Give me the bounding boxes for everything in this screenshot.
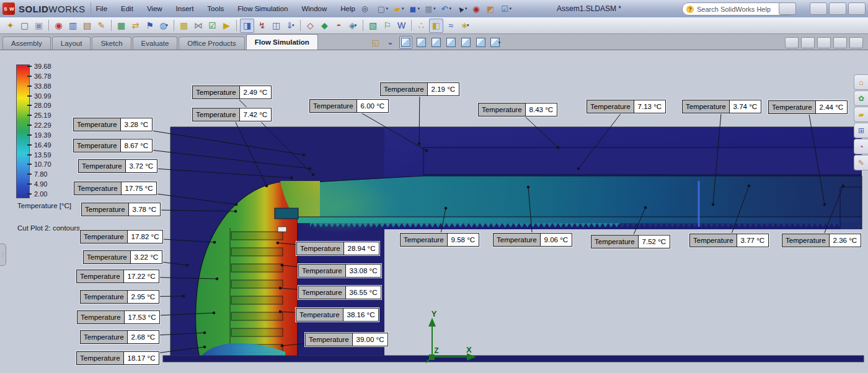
temperature-callout[interactable]: Temperature 36.55 °C [298, 286, 381, 299]
mesh-icon[interactable]: ▩ [177, 19, 190, 32]
ribbon-tab[interactable]: Sketch [92, 37, 131, 50]
feature-tree-collapse-handle[interactable]: ⋮ [0, 244, 6, 266]
toolbar-icon[interactable] [363, 20, 363, 31]
find-feature-icon[interactable]: ◉ [52, 19, 65, 32]
view-cube-icon[interactable] [445, 37, 457, 48]
help-caret-icon[interactable] [798, 3, 808, 14]
toolbar-icon[interactable] [48, 20, 49, 31]
temperature-callout[interactable]: Temperature 17.53 °C [77, 310, 160, 324]
surface-plot-icon[interactable]: ◆ [318, 19, 331, 32]
dropdown-caret-icon[interactable]: ▾ [467, 23, 469, 28]
toolbar-icon[interactable] [300, 20, 301, 31]
minimize-button[interactable] [810, 2, 827, 15]
view-orientation-icon[interactable] [399, 36, 412, 49]
check-geometry-icon[interactable]: ☑ [206, 19, 219, 32]
zoom-fit-icon[interactable]: ◱ [370, 37, 381, 48]
appearances-icon[interactable]: ◔ [854, 139, 868, 154]
pane-right-icon[interactable] [801, 37, 815, 48]
temperature-callout[interactable]: Temperature 2.44 °C [768, 100, 848, 114]
flow-trajectories-icon[interactable]: ◈▾ [347, 19, 360, 32]
temperature-callout[interactable]: Temperature 2.36 °C [782, 234, 861, 247]
temperature-callout[interactable]: Temperature 7.13 °C [587, 100, 666, 113]
dropdown-caret-icon[interactable]: ▾ [450, 6, 452, 11]
temperature-callout[interactable]: Temperature 8.43 °C [478, 103, 557, 116]
temperature-callout[interactable]: Temperature 9.06 °C [493, 233, 572, 247]
view-cube-icon[interactable] [415, 37, 427, 48]
wizard-icon[interactable]: ✦ [4, 19, 17, 32]
cut-plot-tool-icon[interactable]: ◇ [304, 19, 317, 32]
temperature-callout[interactable]: Temperature 2.19 °C [380, 82, 459, 96]
toolbar-icon[interactable] [111, 20, 112, 31]
dropdown-caret-icon[interactable]: ▾ [386, 6, 388, 11]
temperature-callout[interactable]: Temperature 6.00 °C [309, 99, 389, 113]
dropdown-caret-icon[interactable]: ▾ [292, 23, 294, 28]
temperature-callout[interactable]: Temperature 3.72 °C [78, 159, 157, 173]
menu-item[interactable]: Window [301, 5, 327, 12]
toolbar-icon[interactable] [411, 20, 412, 31]
temperature-callout[interactable]: Temperature 9.58 °C [400, 233, 479, 247]
goal-plot-excel-icon[interactable]: ▧ [366, 19, 379, 32]
close-button[interactable] [848, 2, 866, 15]
solidworks-resources-icon[interactable]: ⌂ [854, 74, 868, 90]
menu-item[interactable]: Flow Simulation [237, 5, 288, 12]
view-cube-icon[interactable] [475, 37, 487, 48]
temperature-callout[interactable]: Temperature 3.74 °C [682, 100, 761, 113]
particle-study-icon[interactable]: ∴ [415, 19, 428, 32]
dropdown-caret-icon[interactable]: ▾ [433, 6, 436, 11]
dropdown-caret-icon[interactable]: ▾ [498, 40, 501, 45]
temperature-callout[interactable]: Temperature 33.08 °C [298, 264, 381, 278]
design-library-icon[interactable]: ✿ [854, 90, 868, 106]
engineering-database-icon[interactable]: ▤ [81, 19, 94, 32]
temperature-callout[interactable]: Temperature 38.16 °C [296, 308, 379, 322]
dropdown-caret-icon[interactable]: ▾ [166, 23, 168, 28]
menu-item[interactable]: Help [340, 5, 355, 12]
temperature-callout[interactable]: Temperature 7.52 °C [591, 235, 670, 248]
file-explorer-icon[interactable]: ▰ [854, 107, 868, 122]
clone-project-icon[interactable]: ▣ [32, 19, 45, 32]
pane-left-icon[interactable] [785, 37, 799, 48]
ribbon-tab[interactable]: Layout [52, 37, 91, 50]
help-button[interactable] [779, 2, 796, 15]
doc-close-button[interactable] [849, 37, 863, 48]
ribbon-tab[interactable]: Assembly [2, 37, 51, 50]
ribbon-tab[interactable]: Evaluate [133, 37, 178, 50]
temperature-callout[interactable]: Temperature 39.00 °C [305, 333, 388, 346]
isosurface-icon[interactable]: ◓ [332, 19, 345, 32]
custom-properties-icon[interactable]: ✎ [854, 155, 868, 170]
search-parameters-icon[interactable]: ◍▾ [157, 19, 170, 32]
view-palette-icon[interactable]: ⊞ [854, 123, 868, 138]
copy-results-icon[interactable]: ◫ [270, 19, 283, 32]
display-style-icon[interactable]: ▾ [490, 37, 502, 48]
pin-menu-icon[interactable]: ◎ [361, 4, 368, 13]
quick-icon[interactable]: ▲ [454, 3, 466, 15]
dropdown-caret-icon[interactable]: ▾ [510, 6, 512, 11]
new-project-icon[interactable]: ▢ [18, 19, 31, 32]
temperature-callout[interactable]: Temperature 2.49 °C [192, 86, 272, 99]
display-plot-icon[interactable]: ◧ [429, 19, 443, 33]
temperature-callout[interactable]: Temperature 28.94 °C [296, 242, 379, 255]
temperature-callout[interactable]: Temperature 8.67 °C [73, 139, 153, 152]
temperature-callout[interactable]: Temperature 2.95 °C [80, 290, 159, 304]
temperature-callout[interactable]: Temperature 17.22 °C [76, 270, 159, 283]
menu-item[interactable]: Insert [176, 5, 194, 12]
doc-restore-button[interactable] [833, 37, 847, 48]
compare-results-icon[interactable]: ≈ [445, 19, 458, 32]
transfer-data-icon[interactable]: ⇄ [129, 19, 142, 32]
doc-minimize-button[interactable] [817, 37, 831, 48]
temperature-callout[interactable]: Temperature 17.82 °C [80, 230, 163, 244]
quick-icon[interactable]: ◉ [471, 3, 482, 15]
load-results-icon[interactable]: ◨ [240, 19, 254, 33]
probe-icon[interactable]: ↯ [255, 19, 268, 32]
view-cube-icon[interactable] [460, 37, 472, 48]
edit-definition-icon[interactable]: ✎ [95, 19, 108, 32]
temperature-callout[interactable]: Temperature 3.78 °C [81, 203, 161, 216]
menu-item[interactable]: Edit [121, 5, 133, 12]
ribbon-tab[interactable]: Office Products [179, 37, 244, 50]
temperature-callout[interactable]: Temperature 18.17 °C [76, 351, 159, 365]
symmetry-icon[interactable]: ⋈ [192, 19, 205, 32]
temperature-callout[interactable]: Temperature 3.28 °C [73, 118, 153, 131]
menu-item[interactable]: View [147, 5, 162, 12]
temperature-callout[interactable]: Temperature 17.75 °C [74, 182, 157, 195]
ribbon-tab[interactable]: Flow Simulation [246, 34, 318, 50]
goals-chart-icon[interactable]: ▦ [115, 19, 128, 32]
